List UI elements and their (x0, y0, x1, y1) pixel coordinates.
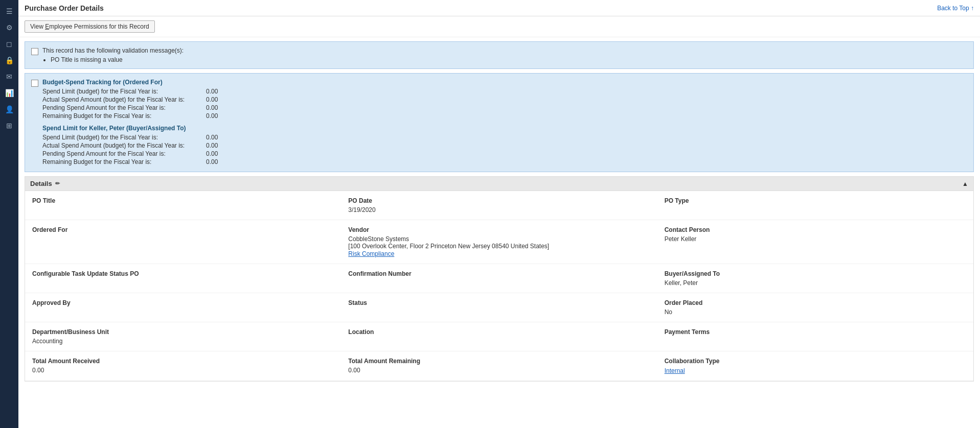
field-value: 0.00 (32, 367, 334, 374)
budget-value: 0.00 (206, 142, 218, 149)
field-label: Payment Terms (665, 328, 966, 336)
field-value: 0.00 (348, 367, 650, 374)
field-po-date: PO Date 3/19/2020 (341, 191, 657, 220)
field-label: Buyer/Assigned To (665, 270, 966, 277)
field-department: Department/Business Unit Accounting (25, 322, 341, 351)
field-value: Peter Keller (665, 235, 966, 243)
risk-compliance-link[interactable]: Risk Compliance (348, 250, 394, 257)
field-buyer-assigned-to: Buyer/Assigned To Keller, Peter (657, 264, 973, 293)
field-label: Confirmation Number (348, 270, 650, 277)
budget-row: Spend Limit (budget) for the Fiscal Year… (42, 134, 967, 141)
field-status: Status (341, 293, 657, 322)
field-label: PO Type (665, 197, 966, 204)
budget-row: Remaining Budget for the Fiscal Year is:… (42, 112, 967, 120)
field-label: Order Placed (665, 299, 966, 306)
main-content: Purchase Order Details Back to Top ↑ Vie… (18, 0, 980, 428)
validation-text: This record has the following validation… (42, 47, 184, 63)
budget-label: Actual Spend Amount (budget) for the Fis… (42, 96, 206, 103)
edit-pencil-icon[interactable]: ✏ (55, 180, 60, 187)
field-configurable-task: Configurable Task Update Status PO (25, 264, 341, 293)
budget-section-2: Spend Limit for Keller, Peter (Buyer/Ass… (42, 125, 967, 165)
settings-icon[interactable]: ⚙ (2, 20, 16, 35)
budget-label: Spend Limit (budget) for the Fiscal Year… (42, 88, 206, 95)
budget-row: Actual Spend Amount (budget) for the Fis… (42, 96, 967, 103)
mail-icon[interactable]: ✉ (2, 69, 16, 84)
budget-value: 0.00 (206, 158, 218, 165)
field-label: Ordered For (32, 226, 334, 233)
details-header-left: Details ✏ (30, 180, 60, 187)
validation-box: This record has the following validation… (25, 41, 974, 69)
lock-icon[interactable]: 🔒 (2, 53, 16, 67)
budget-label: Remaining Budget for the Fiscal Year is: (42, 158, 206, 165)
chart-icon[interactable]: 📊 (2, 86, 16, 100)
budget-label: Actual Spend Amount (budget) for the Fis… (42, 142, 206, 149)
validation-message-item: PO Title is missing a value (51, 56, 184, 63)
validation-main-message: This record has the following validation… (42, 47, 184, 54)
field-confirmation-number: Confirmation Number (341, 264, 657, 293)
sidebar: ☰ ⚙ ◻ 🔒 ✉ 📊 👤 ⊞ (0, 0, 18, 428)
collapse-icon[interactable]: ▲ (962, 180, 968, 187)
field-vendor: Vendor CobbleStone Systems [100 Overlook… (341, 220, 657, 264)
field-value: 3/19/2020 (348, 206, 650, 213)
field-po-title: PO Title (25, 191, 341, 220)
back-to-top-link[interactable]: Back to Top ↑ (937, 5, 974, 12)
budget-content: Budget-Spend Tracking for (Ordered For) … (42, 79, 967, 167)
field-order-placed: Order Placed No (657, 293, 973, 322)
budget-label: Pending Spend Amount for the Fiscal Year… (42, 104, 206, 111)
field-value: Accounting (32, 338, 334, 345)
budget-section2-title: Spend Limit for Keller, Peter (Buyer/Ass… (42, 125, 967, 132)
details-section: Details ✏ ▲ PO Title PO Date 3/19/2020 P… (25, 176, 974, 382)
field-approved-by: Approved By (25, 293, 341, 322)
user-icon[interactable]: 👤 (2, 102, 16, 116)
budget-value: 0.00 (206, 112, 218, 120)
budget-value: 0.00 (206, 150, 218, 157)
budget-value: 0.00 (206, 96, 218, 103)
field-label: Collaboration Type (665, 358, 966, 365)
field-total-amount-received: Total Amount Received 0.00 (25, 351, 341, 381)
budget-row: Remaining Budget for the Fiscal Year is:… (42, 158, 967, 165)
field-contact-person: Contact Person Peter Keller (657, 220, 973, 264)
budget-value: 0.00 (206, 134, 218, 141)
field-label: Location (348, 328, 650, 336)
details-label: Details (30, 180, 52, 187)
budget-label: Spend Limit (budget) for the Fiscal Year… (42, 134, 206, 141)
budget-row: Spend Limit (budget) for the Fiscal Year… (42, 88, 967, 95)
employee-permissions-button[interactable]: View Employee Permissions for this Recor… (25, 20, 155, 33)
field-value: Keller, Peter (665, 279, 966, 287)
collaboration-type-link[interactable]: Internal (665, 367, 685, 374)
toolbar: View Employee Permissions for this Recor… (18, 16, 980, 37)
field-collaboration-type: Collaboration Type Internal (657, 351, 973, 381)
page-title: Purchase Order Details (25, 4, 104, 12)
budget-section1-title: Budget-Spend Tracking for (Ordered For) (42, 79, 967, 86)
budget-value: 0.00 (206, 104, 218, 111)
field-label: Contact Person (665, 226, 966, 233)
field-payment-terms: Payment Terms (657, 322, 973, 351)
fields-grid: PO Title PO Date 3/19/2020 PO Type Order… (25, 191, 973, 381)
budget-row: Pending Spend Amount for the Fiscal Year… (42, 150, 967, 157)
field-label: PO Date (348, 197, 650, 204)
field-label: Total Amount Remaining (348, 358, 650, 365)
bookmark-icon[interactable]: ◻ (2, 37, 16, 51)
header-bar: Purchase Order Details Back to Top ↑ (18, 0, 980, 16)
field-label: Vendor (348, 226, 650, 233)
validation-checkbox[interactable] (31, 48, 38, 55)
field-po-type: PO Type (657, 191, 973, 220)
budget-checkbox[interactable] (31, 80, 38, 87)
budget-section-1: Budget-Spend Tracking for (Ordered For) … (42, 79, 967, 120)
field-label: Department/Business Unit (32, 328, 334, 336)
field-total-amount-remaining: Total Amount Remaining 0.00 (341, 351, 657, 381)
field-label: Total Amount Received (32, 358, 334, 365)
field-label: Status (348, 299, 650, 306)
budget-value: 0.00 (206, 88, 218, 95)
field-ordered-for: Ordered For (25, 220, 341, 264)
budget-label: Remaining Budget for the Fiscal Year is: (42, 112, 206, 120)
budget-row: Actual Spend Amount (budget) for the Fis… (42, 142, 967, 149)
field-location: Location (341, 322, 657, 351)
field-value: CobbleStone Systems [100 Overlook Center… (348, 235, 650, 250)
budget-row: Pending Spend Amount for the Fiscal Year… (42, 104, 967, 111)
details-header: Details ✏ ▲ (25, 177, 973, 191)
menu-icon[interactable]: ☰ (2, 4, 16, 18)
field-label: Configurable Task Update Status PO (32, 270, 334, 277)
grid-icon[interactable]: ⊞ (2, 118, 16, 133)
field-label: Approved By (32, 299, 334, 306)
